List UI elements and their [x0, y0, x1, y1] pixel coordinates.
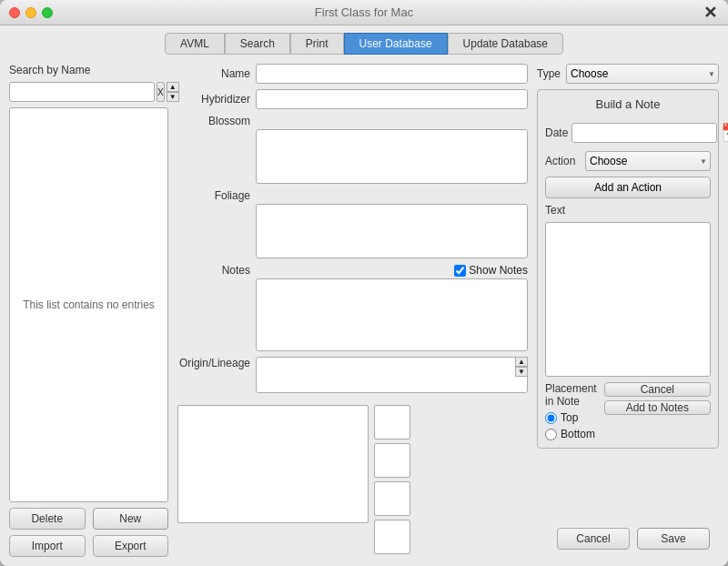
origin-label: Origin/Lineage — [177, 357, 250, 369]
tab-update-database[interactable]: Update Database — [448, 33, 563, 55]
list-empty-message: This list contains no entries — [10, 108, 167, 501]
text-label: Text — [545, 204, 711, 217]
import-button[interactable]: Import — [9, 535, 86, 557]
build-note-title: Build a Note — [545, 97, 711, 111]
build-note-panel: Build a Note Date 📅 Action Choose — [537, 89, 719, 449]
tab-user-database[interactable]: User Database — [344, 33, 448, 55]
bottom-radio[interactable] — [545, 429, 557, 440]
show-notes-row: Show Notes — [454, 264, 528, 277]
notes-label-row: Notes Show Notes — [177, 264, 528, 277]
thumbnail-3[interactable] — [374, 481, 410, 516]
action-select[interactable]: Choose — [585, 151, 711, 171]
hybridizer-row: Hybridizer — [177, 89, 528, 109]
middle-panel: Name Hybridizer Blossom — [177, 64, 528, 557]
search-input[interactable] — [9, 82, 155, 102]
hybridizer-label: Hybridizer — [177, 93, 250, 106]
notes-label: Notes — [177, 264, 250, 277]
right-panel: Type Choose Build a Note Date 📅 — [537, 64, 719, 557]
cancel-button[interactable]: Cancel — [557, 528, 630, 550]
placement-in-note-label: Placementin Note — [545, 382, 597, 408]
placement-radios: Placementin Note Top Bottom — [545, 382, 597, 440]
add-action-button[interactable]: Add an Action — [545, 177, 711, 198]
origin-textarea[interactable] — [256, 357, 528, 393]
main-window: First Class for Mac ✕ AVML Search Print … — [0, 0, 728, 566]
notes-textarea[interactable] — [256, 278, 528, 351]
maximize-traffic-light[interactable] — [42, 7, 53, 18]
thumbnail-column — [374, 405, 410, 554]
add-to-notes-button[interactable]: Add to Notes — [604, 400, 711, 415]
bottom-radio-row: Bottom — [545, 428, 597, 440]
placement-actions: Cancel Add to Notes — [604, 382, 711, 415]
main-image[interactable] — [177, 405, 369, 523]
hybridizer-input[interactable] — [256, 89, 528, 109]
date-row: Date 📅 — [545, 120, 711, 146]
action-select-wrapper[interactable]: Choose — [585, 151, 711, 171]
blossom-label: Blossom — [177, 115, 250, 127]
blossom-section: Blossom — [177, 115, 528, 184]
title-bar: First Class for Mac ✕ — [0, 0, 728, 25]
origin-input-wrap: ▲ ▼ — [256, 357, 528, 396]
tab-search[interactable]: Search — [225, 33, 290, 55]
image-area — [177, 405, 528, 554]
origin-stepper-up[interactable]: ▲ — [515, 357, 528, 367]
foliage-label: Foliage — [177, 189, 250, 202]
origin-row: Origin/Lineage ▲ ▼ — [177, 357, 528, 396]
origin-stepper[interactable]: ▲ ▼ — [515, 357, 528, 393]
show-notes-checkbox[interactable] — [454, 265, 466, 277]
traffic-lights — [9, 7, 53, 18]
name-input[interactable] — [256, 64, 528, 84]
close-traffic-light[interactable] — [9, 7, 20, 18]
top-radio-row: Top — [545, 411, 597, 424]
minimize-traffic-light[interactable] — [25, 7, 36, 18]
show-notes-label: Show Notes — [469, 264, 528, 277]
foliage-textarea[interactable] — [256, 204, 528, 258]
blossom-label-row: Blossom — [177, 115, 528, 127]
foliage-label-row: Foliage — [177, 189, 528, 202]
tab-print[interactable]: Print — [290, 33, 344, 55]
thumbnail-1[interactable] — [374, 405, 410, 440]
origin-stepper-down[interactable]: ▼ — [515, 367, 528, 377]
btn-row-1: Delete New — [9, 508, 168, 530]
save-button[interactable]: Save — [637, 528, 710, 550]
search-by-name-label: Search by Name — [9, 64, 168, 76]
foliage-section: Foliage — [177, 189, 528, 258]
placement-row: Placementin Note Top Bottom Cancel Add t… — [545, 382, 711, 440]
note-textarea[interactable] — [545, 222, 711, 377]
entries-list[interactable]: This list contains no entries — [9, 107, 168, 502]
cancel-note-button[interactable]: Cancel — [604, 382, 711, 397]
date-input[interactable] — [571, 123, 717, 143]
new-button[interactable]: New — [93, 508, 169, 530]
name-row: Name — [177, 64, 528, 84]
window-title: First Class for Mac — [315, 5, 413, 19]
btn-row-2: Import Export — [9, 535, 168, 557]
type-row: Type Choose — [537, 64, 719, 84]
bottom-buttons: Delete New Import Export — [9, 508, 168, 557]
thumbnail-2[interactable] — [374, 443, 410, 478]
delete-button[interactable]: Delete — [9, 508, 86, 530]
content-area: Search by Name X ▲ ▼ This list contains … — [0, 55, 728, 566]
blossom-textarea-row — [177, 129, 528, 184]
type-label: Type — [537, 67, 561, 80]
search-input-row: X ▲ ▼ — [9, 82, 168, 102]
export-button[interactable]: Export — [93, 535, 169, 557]
notes-section: Notes Show Notes — [177, 264, 528, 351]
top-radio-label: Top — [561, 411, 578, 424]
calendar-icon[interactable]: 📅 — [721, 120, 728, 146]
tab-bar: AVML Search Print User Database Update D… — [0, 25, 728, 55]
bottom-radio-label: Bottom — [561, 428, 595, 440]
action-row: Action Choose — [545, 151, 711, 171]
top-radio[interactable] — [545, 412, 557, 424]
bottom-right-buttons: Cancel Save — [537, 524, 719, 557]
left-panel: Search by Name X ▲ ▼ This list contains … — [9, 64, 168, 557]
date-label: Date — [545, 126, 568, 139]
type-select[interactable]: Choose — [566, 64, 719, 84]
notes-textarea-row — [177, 278, 528, 351]
clear-button[interactable]: X — [157, 82, 165, 102]
thumbnail-4[interactable] — [374, 520, 410, 554]
name-label: Name — [177, 67, 250, 80]
type-select-wrapper[interactable]: Choose — [566, 64, 719, 84]
tab-avml[interactable]: AVML — [165, 33, 225, 55]
blossom-textarea[interactable] — [256, 129, 528, 184]
action-label: Action — [545, 155, 581, 167]
close-button[interactable]: ✕ — [703, 5, 717, 21]
